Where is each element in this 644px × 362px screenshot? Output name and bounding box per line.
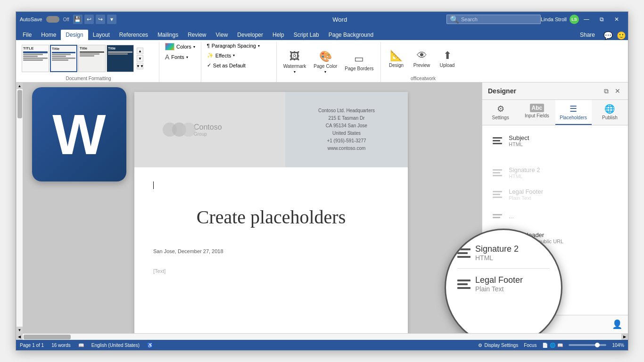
scroll-thumb[interactable] [17,90,22,118]
gallery-scroll-up[interactable]: ▲ [137,48,143,54]
h-scroll-track[interactable] [23,334,621,340]
theme-item-1[interactable]: TITLE [22,45,49,72]
comments-icon[interactable]: 💬 [603,31,613,40]
tab-input-fields[interactable]: Abc Input Fields [519,100,555,125]
zoom-thumb[interactable] [595,343,600,347]
vertical-scrollbar[interactable]: ▲ ▼ [16,82,23,333]
placeholder-item-legal-footer[interactable]: Legal Footer Plain Text [485,184,625,205]
set-as-default-button[interactable]: ✓ Set as Default [205,61,248,69]
tab-mailings[interactable]: Mailings [153,30,183,40]
preview-button[interactable]: 👁 Preview [410,48,434,70]
web-layout-icon[interactable]: 🌐 [550,343,555,348]
ribbon-section-design: Colors ▾ A Fonts ▾ [159,42,201,82]
undo-icon[interactable]: ↩ [84,15,94,24]
placeholder-item-signature2[interactable]: Signature 2 HTML [485,162,625,183]
tab-references[interactable]: References [115,30,153,40]
share-button[interactable]: Share [575,30,600,40]
scroll-down-button[interactable]: ▼ [17,327,23,333]
tab-publish[interactable]: 🌐 Publish [592,100,628,125]
sig2-lines-icon [493,169,502,176]
designer-close-button[interactable]: ✕ [613,86,622,96]
header-company-info: Contoso Ltd. Headquarters 215 E Tasman D… [285,92,408,167]
page-header: Contoso Group Contoso Ltd. Headquarters … [134,92,408,167]
design-icon: 📐 [390,49,403,62]
user-account-icon[interactable]: 👤 [612,319,622,329]
tab-layout[interactable]: Layout [88,30,115,40]
restore-button[interactable]: ⧉ [594,12,609,27]
paragraph-spacing-button[interactable]: ¶ Paragraph Spacing ▾ [205,42,262,49]
placeholder-item-subject[interactable]: Subject HTML [485,130,625,151]
h-scroll-thumb[interactable] [24,335,71,339]
tab-view[interactable]: View [211,30,233,40]
word-count: 16 words [51,343,71,348]
tab-file[interactable]: File [18,30,36,40]
ribbon-content: TITLE Title [16,40,628,82]
page-info: Page 1 of 1 [20,343,44,348]
scroll-up-button[interactable]: ▲ [17,82,23,89]
tab-scriptlab[interactable]: Script Lab [289,30,324,40]
officeatwork-logo: o officeatwork [488,321,531,328]
search-icon: 🔍 [450,15,459,24]
design-button[interactable]: 📐 Design [385,48,408,70]
scroll-left-button[interactable]: ◀ [16,334,23,340]
text-cursor [153,181,154,189]
scroll-track[interactable] [17,89,23,327]
theme-item-2[interactable]: Title [50,45,77,72]
fonts-label: Fonts [171,54,184,60]
colors-button[interactable]: Colors ▾ [163,42,197,51]
tab-settings[interactable]: ⚙ Settings [482,100,519,125]
page-color-button[interactable]: 🎨 Page Color ▾ [311,49,340,76]
autosave-toggle[interactable] [46,16,59,23]
watermark-button[interactable]: 🖼 Watermark ▾ [281,49,309,76]
paragraph-chevron: ▾ [258,44,260,48]
tab-home[interactable]: Home [36,30,61,40]
print-layout-icon[interactable]: 📄 [542,343,548,348]
tab-developer[interactable]: Developer [232,30,268,40]
tab-design[interactable]: Design [61,30,88,40]
paragraph-icon: ¶ [207,43,210,49]
tab-placeholders[interactable]: ☰ Placeholders [555,100,592,125]
read-mode-icon[interactable]: 📖 [557,343,563,348]
designer-popout-button[interactable]: ⧉ [602,86,611,96]
customize-icon[interactable]: ▾ [107,15,116,24]
search-box[interactable]: 🔍 [446,15,541,24]
avatar[interactable]: LS [570,15,579,24]
scroll-right-button[interactable]: ▶ [621,334,628,340]
page-borders-button[interactable]: ▭ Page Borders [342,51,376,73]
minimize-button[interactable]: — [579,12,594,27]
tab-shapeformat[interactable]: Page Background [324,30,378,40]
oaw-brand-text: officeatwork [497,321,531,328]
focus-label[interactable]: Focus [524,343,537,348]
ribbon-section-themes: TITLE Title [18,42,159,82]
document-date: San Jose, December 27, 2018 [153,248,389,254]
upload-button[interactable]: ⬆ Upload [436,48,459,70]
close-button[interactable]: ✕ [609,12,624,27]
placeholder-item-logo-header[interactable]: 🖼 Logo Header Picture from public URL [485,227,625,248]
tab-help[interactable]: Help [268,30,289,40]
effects-button[interactable]: ✨ Effects ▾ [205,51,237,59]
display-settings[interactable]: ⚙ Display Settings [478,343,518,348]
ribbon-section-officeatwork: 📐 Design 👁 Preview ⬆ Upload officeatwork [381,42,466,82]
search-input[interactable] [461,16,532,22]
theme-item-3[interactable]: Title [78,45,106,72]
page-body[interactable]: Create placeholders San Jose, December 2… [134,167,408,288]
zoom-slider[interactable] [569,344,606,346]
logo-header-name: Logo Header [509,231,563,239]
save-icon[interactable]: 💾 [73,15,83,24]
tab-review[interactable]: Review [183,30,211,40]
zoom-level[interactable]: 104% [612,343,624,348]
display-settings-label: Display Settings [484,343,518,348]
gallery-expand[interactable]: ▼▼ [137,63,143,69]
smiley-icon[interactable]: 🙂 [617,31,626,40]
accessibility-icon[interactable]: ♿ [147,343,153,348]
horizontal-scrollbar[interactable]: ◀ ▶ [16,333,628,340]
app-title: Word [233,16,446,23]
fonts-button[interactable]: A Fonts ▾ [163,52,190,62]
gallery-scroll-down[interactable]: ▼ [137,55,143,62]
company-phone: +1 (916)-591-3277 [318,137,375,145]
image-icon: 🖼 [492,233,503,242]
redo-icon[interactable]: ↪ [96,15,105,24]
placeholder-item-partial[interactable]: ... [485,206,625,226]
sig2-type: HTML [509,173,540,179]
theme-item-4[interactable]: Title [107,45,134,72]
